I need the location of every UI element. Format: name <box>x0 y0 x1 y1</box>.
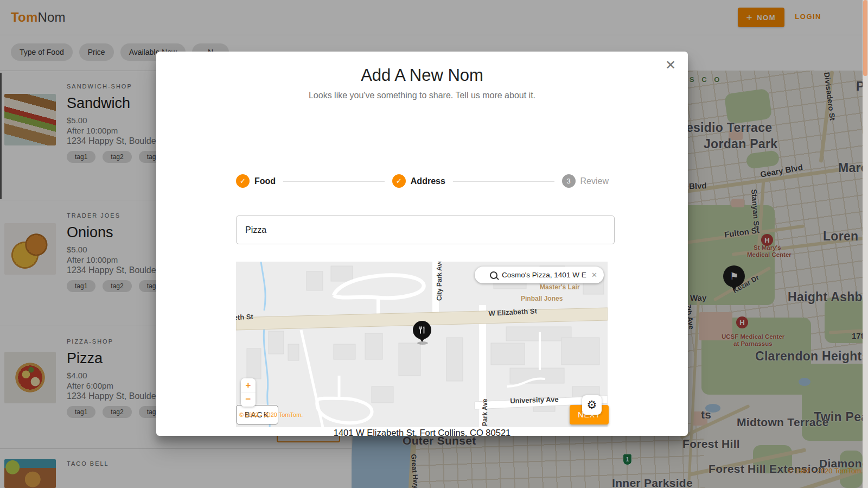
check-icon: ✓ <box>392 174 406 188</box>
stepper: ✓ Food ✓ Address 3 Review <box>236 174 609 188</box>
step-review[interactable]: 3 Review <box>562 174 609 188</box>
add-nom-dialog: ✕ Add A New Nom Looks like you've someth… <box>156 52 688 436</box>
page-scrollbar-thumb[interactable] <box>863 0 867 76</box>
step-address[interactable]: ✓ Address <box>392 174 445 188</box>
step-label: Food <box>254 176 276 186</box>
dialog-title: Add A New Nom <box>156 66 688 85</box>
map-label: City Park Ave <box>436 262 443 301</box>
step-number: 3 <box>562 174 576 188</box>
search-value: Cosmo's Pizza, 1401 W E <box>502 271 590 279</box>
map-label: University Ave <box>510 395 559 405</box>
step-connector <box>283 181 385 182</box>
page-scrollbar[interactable] <box>863 0 868 488</box>
food-name-input[interactable] <box>236 216 615 244</box>
selected-address: 1401 W Elizabeth St, Fort Collins, CO 80… <box>156 428 688 438</box>
map-label: © 1992 - 2020 TomTom. <box>239 411 303 418</box>
map-label: Pinball Jones <box>521 295 563 302</box>
zoom-out-button[interactable]: − <box>241 392 256 407</box>
step-label: Review <box>580 176 609 186</box>
map-search-box[interactable]: Cosmo's Pizza, 1401 W E ✕ <box>475 267 604 283</box>
map-settings-gear-button[interactable]: ⚙ <box>582 395 602 415</box>
close-icon[interactable]: ✕ <box>662 57 679 73</box>
check-icon: ✓ <box>236 174 250 188</box>
zoom-in-button[interactable]: + <box>241 378 256 392</box>
fork-knife-icon <box>417 325 427 335</box>
restaurant-pin[interactable] <box>413 321 431 339</box>
step-food[interactable]: ✓ Food <box>236 174 276 188</box>
map-label: Master's Lair <box>540 283 580 291</box>
dialog-subtitle: Looks like you've something to share. Te… <box>156 91 688 100</box>
map-zoom-control: + − <box>241 378 256 407</box>
map-label: Park Ave <box>481 399 489 426</box>
step-label: Address <box>411 176 445 186</box>
address-map[interactable]: W Elizabeth StW Elizabeth StCity Park Av… <box>236 262 608 427</box>
search-clear-icon[interactable]: ✕ <box>590 271 598 279</box>
search-icon <box>490 271 497 279</box>
step-connector <box>453 181 554 182</box>
